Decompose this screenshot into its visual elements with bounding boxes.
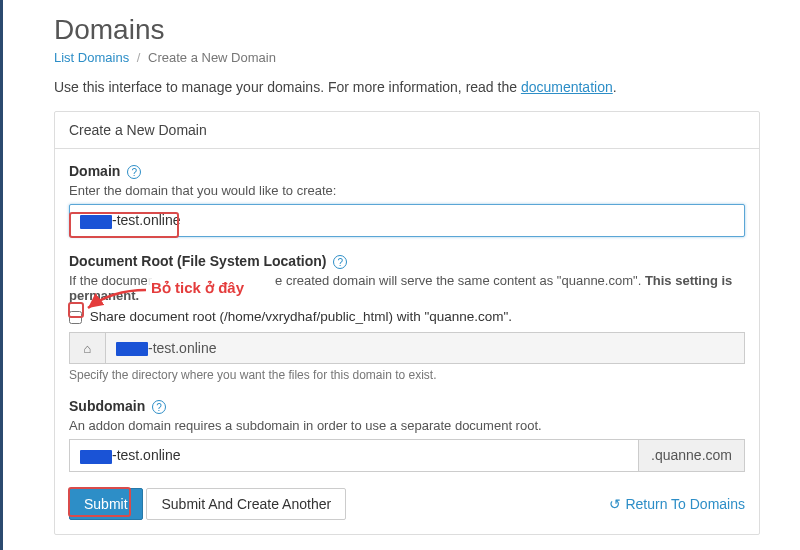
- share-docroot-checkbox[interactable]: [69, 311, 82, 324]
- domain-input[interactable]: -test.online: [69, 204, 745, 236]
- subdomain-row: -test.online .quanne.com: [69, 439, 745, 471]
- breadcrumb-separator: /: [137, 50, 141, 65]
- redacted-text: [116, 342, 148, 356]
- left-rail: [0, 0, 14, 550]
- intro-before: Use this interface to manage your domain…: [54, 79, 521, 95]
- action-buttons: Submit Submit And Create Another: [69, 488, 346, 520]
- return-label: Return To Domains: [625, 496, 745, 512]
- docroot-hint-before: If the documer: [69, 273, 152, 288]
- docroot-path-input[interactable]: -test.online: [105, 332, 745, 364]
- create-domain-panel: Create a New Domain Domain ? Enter the d…: [54, 111, 760, 535]
- documentation-link[interactable]: documentation: [521, 79, 613, 95]
- share-docroot-label: Share document root (/home/vxrydhaf/publ…: [90, 309, 512, 324]
- breadcrumb-current: Create a New Domain: [148, 50, 276, 65]
- subdomain-section: Subdomain ? An addon domain requires a s…: [69, 398, 745, 472]
- page-title: Domains: [54, 14, 760, 46]
- actions-row: Submit Submit And Create Another ↺Return…: [69, 488, 745, 520]
- subdomain-hint: An addon domain requires a subdomain in …: [69, 418, 745, 433]
- docroot-hint-mid: e created domain will serve the same con…: [275, 273, 645, 288]
- domain-section: Domain ? Enter the domain that you would…: [69, 163, 745, 237]
- help-icon[interactable]: ?: [333, 255, 347, 269]
- intro-text: Use this interface to manage your domain…: [54, 79, 760, 95]
- return-arrow-icon: ↺: [609, 496, 621, 512]
- submit-button[interactable]: Submit: [69, 488, 143, 520]
- return-to-domains-link[interactable]: ↺Return To Domains: [609, 496, 745, 512]
- subdomain-suffix: .quanne.com: [639, 439, 745, 471]
- docroot-subhint: Specify the directory where you want the…: [69, 368, 745, 382]
- docroot-path-value: -test.online: [148, 340, 216, 356]
- redacted-text: [80, 450, 112, 464]
- subdomain-input[interactable]: -test.online: [69, 439, 639, 471]
- panel-body: Domain ? Enter the domain that you would…: [55, 149, 759, 534]
- submit-another-button[interactable]: Submit And Create Another: [146, 488, 346, 520]
- docroot-label: Document Root (File System Location): [69, 253, 326, 269]
- subdomain-label: Subdomain: [69, 398, 145, 414]
- home-icon: ⌂: [69, 332, 105, 364]
- breadcrumb-list-domains[interactable]: List Domains: [54, 50, 129, 65]
- docroot-section: Document Root (File System Location) ? I…: [69, 253, 745, 383]
- redacted-text: [80, 215, 112, 229]
- intro-after: .: [613, 79, 617, 95]
- subdomain-input-value: -test.online: [112, 447, 180, 463]
- domain-label: Domain: [69, 163, 120, 179]
- panel-title: Create a New Domain: [55, 112, 759, 149]
- help-icon[interactable]: ?: [127, 165, 141, 179]
- share-docroot-row: Share document root (/home/vxrydhaf/publ…: [69, 309, 745, 324]
- domain-input-value: -test.online: [112, 212, 180, 228]
- docroot-hint: If the documer ________________ e create…: [69, 273, 745, 303]
- help-icon[interactable]: ?: [152, 400, 166, 414]
- docroot-path-row: ⌂ -test.online: [69, 332, 745, 364]
- breadcrumb: List Domains / Create a New Domain: [54, 50, 760, 65]
- domain-hint: Enter the domain that you would like to …: [69, 183, 745, 198]
- page: Domains List Domains / Create a New Doma…: [14, 0, 800, 550]
